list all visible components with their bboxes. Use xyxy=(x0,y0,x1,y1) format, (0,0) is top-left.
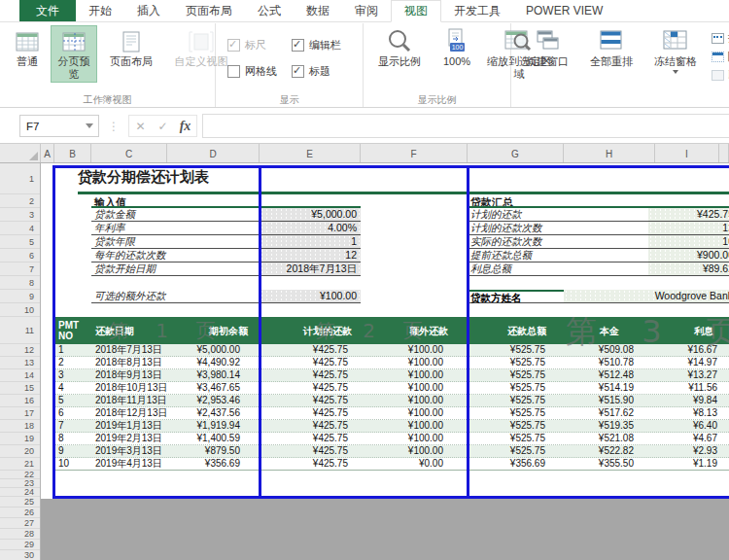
row-header-6[interactable]: 6 xyxy=(0,249,40,262)
page-break-preview-button[interactable]: 分页预览 xyxy=(52,26,96,82)
input-value-cell[interactable]: ¥100.00 xyxy=(260,290,361,302)
table-cell[interactable]: 2018年7月13日 xyxy=(91,344,167,356)
col-header-E[interactable]: E xyxy=(260,144,361,162)
table-cell[interactable]: ¥425.75 xyxy=(260,420,361,432)
select-all-corner[interactable] xyxy=(0,144,41,162)
table-cell[interactable]: ¥14.97 xyxy=(655,357,719,368)
row-header-25[interactable]: 25 xyxy=(0,497,40,508)
table-cell[interactable]: ¥4,490.92 xyxy=(167,357,260,368)
col-header-F[interactable]: F xyxy=(361,144,468,162)
table-cell[interactable]: ¥356.69 xyxy=(167,458,260,470)
lender-value-cell[interactable]: Woodgrove Bank xyxy=(564,290,729,302)
table-cell[interactable]: ¥2.93 xyxy=(655,445,719,457)
table-cell[interactable]: ¥1.19 xyxy=(655,458,719,470)
input-value-cell[interactable]: ¥5,000.00 xyxy=(260,208,361,221)
zoom-button[interactable]: 显示比例 xyxy=(368,26,431,69)
name-box-dropdown-icon[interactable] xyxy=(86,123,93,128)
table-cell[interactable]: ¥8.13 xyxy=(655,407,719,419)
table-cell[interactable]: 3 xyxy=(54,369,91,381)
table-cell[interactable]: ¥100.00 xyxy=(361,407,468,419)
row-header-13[interactable]: 13 xyxy=(0,357,40,369)
table-cell[interactable]: 7 xyxy=(54,420,91,432)
table-cell[interactable]: ¥525.75 xyxy=(468,445,564,457)
summary-value-cell[interactable]: 12 xyxy=(648,222,729,234)
tab-data[interactable]: 数据 xyxy=(294,0,342,21)
zoom-100-button[interactable]: 100100% xyxy=(433,26,481,69)
table-cell[interactable]: ¥525.75 xyxy=(468,344,564,356)
table-row[interactable]: 82019年2月13日¥1,400.59¥425.75¥100.00¥525.7… xyxy=(54,433,729,445)
checkbox-gridlines[interactable]: 网格线 xyxy=(227,64,292,79)
summary-value-cell[interactable]: 10 xyxy=(648,235,729,248)
table-cell[interactable]: ¥5,000.00 xyxy=(167,344,260,356)
table-cell[interactable]: ¥521.08 xyxy=(564,433,655,444)
row-header-7[interactable]: 7 xyxy=(0,262,40,276)
page-break-line-2[interactable] xyxy=(467,165,469,499)
row-header-16[interactable]: 16 xyxy=(0,395,40,407)
table-cell[interactable]: ¥515.90 xyxy=(564,395,655,406)
row-header-8[interactable]: 8 xyxy=(0,276,40,290)
row-header-30[interactable]: 30 xyxy=(0,550,40,560)
row-header-10[interactable]: 10 xyxy=(0,303,40,317)
row-header-5[interactable]: 5 xyxy=(0,235,40,249)
tab-home[interactable]: 开始 xyxy=(76,0,124,21)
row-header-18[interactable]: 18 xyxy=(0,420,40,433)
table-row[interactable]: 32018年9月13日¥3,980.14¥425.75¥100.00¥525.7… xyxy=(54,369,729,382)
headings-checkbox-icon[interactable] xyxy=(292,65,304,78)
row-header-27[interactable]: 27 xyxy=(0,518,40,529)
tab-file[interactable]: 文件 xyxy=(19,0,76,21)
table-cell[interactable]: ¥425.75 xyxy=(260,433,361,444)
new-window-button[interactable]: 新建窗口 xyxy=(516,26,578,69)
table-row[interactable]: 102019年4月13日¥356.69¥425.75¥0.00¥356.69¥3… xyxy=(54,458,729,471)
table-cell[interactable]: ¥2,437.56 xyxy=(167,407,260,419)
formula-bar-checkbox-icon[interactable] xyxy=(292,39,304,52)
table-cell[interactable]: ¥425.75 xyxy=(260,458,361,470)
col-header-B[interactable]: B xyxy=(54,144,91,162)
tab-developer[interactable]: 开发工具 xyxy=(441,0,513,21)
summary-value-cell[interactable]: ¥89.62 xyxy=(648,262,729,275)
row-header-14[interactable]: 14 xyxy=(0,369,40,382)
table-row[interactable]: 22018年8月13日¥4,490.92¥425.75¥100.00¥525.7… xyxy=(54,357,729,369)
input-value-cell[interactable]: 12 xyxy=(260,249,361,262)
table-cell[interactable]: ¥517.62 xyxy=(564,407,655,419)
summary-value-cell[interactable]: ¥900.00 xyxy=(648,249,729,262)
hide-button[interactable]: 隐藏 xyxy=(710,48,729,66)
table-cell[interactable]: ¥3,980.14 xyxy=(167,369,260,381)
table-cell[interactable]: ¥1,919.94 xyxy=(167,420,260,432)
table-cell[interactable]: 10 xyxy=(54,458,91,470)
table-cell[interactable]: ¥525.75 xyxy=(468,407,564,419)
col-header-C[interactable]: C xyxy=(91,144,167,162)
table-cell[interactable]: ¥425.75 xyxy=(260,395,361,406)
table-cell[interactable]: 2018年11月13日 xyxy=(91,395,167,406)
arrange-all-button[interactable]: 全部重排 xyxy=(580,26,642,69)
row-header-2[interactable]: 2 xyxy=(0,194,40,208)
table-cell[interactable]: ¥514.19 xyxy=(564,382,655,394)
summary-value-cell[interactable]: ¥425.75 xyxy=(648,208,729,221)
col-header-H[interactable]: H xyxy=(564,144,655,162)
row-header-12[interactable]: 12 xyxy=(0,344,40,357)
tab-review[interactable]: 审阅 xyxy=(342,0,391,21)
table-cell[interactable]: ¥425.75 xyxy=(260,344,361,356)
col-header-I[interactable]: I xyxy=(655,144,719,162)
table-cell[interactable]: ¥425.75 xyxy=(260,407,361,419)
table-cell[interactable]: ¥525.75 xyxy=(468,357,564,368)
table-cell[interactable]: ¥525.75 xyxy=(468,420,564,432)
page-break-line-1[interactable] xyxy=(259,165,261,499)
row-header-24[interactable]: 24 xyxy=(0,488,40,497)
table-cell[interactable]: ¥13.27 xyxy=(655,369,719,381)
table-cell[interactable]: ¥3,467.65 xyxy=(167,382,260,394)
table-row[interactable]: 72019年1月13日¥1,919.94¥425.75¥100.00¥525.7… xyxy=(54,420,729,433)
table-cell[interactable]: ¥425.75 xyxy=(260,382,361,394)
page-layout-view-button[interactable]: 页面布局 xyxy=(98,26,164,69)
table-cell[interactable]: ¥425.75 xyxy=(260,369,361,381)
table-cell[interactable]: ¥2,953.46 xyxy=(167,395,260,406)
table-cell[interactable]: ¥100.00 xyxy=(361,420,468,432)
freeze-panes-button[interactable]: 冻结窗格 xyxy=(644,26,707,75)
table-cell[interactable]: 1 xyxy=(54,344,91,356)
tab-page-layout[interactable]: 页面布局 xyxy=(173,0,245,21)
row-header-15[interactable]: 15 xyxy=(0,382,40,395)
table-cell[interactable]: ¥100.00 xyxy=(361,369,468,381)
table-cell[interactable]: 9 xyxy=(54,445,91,457)
checkbox-formula-bar[interactable]: 编辑栏 xyxy=(292,38,362,52)
table-cell[interactable]: ¥525.75 xyxy=(468,382,564,394)
row-header-20[interactable]: 20 xyxy=(0,445,40,458)
